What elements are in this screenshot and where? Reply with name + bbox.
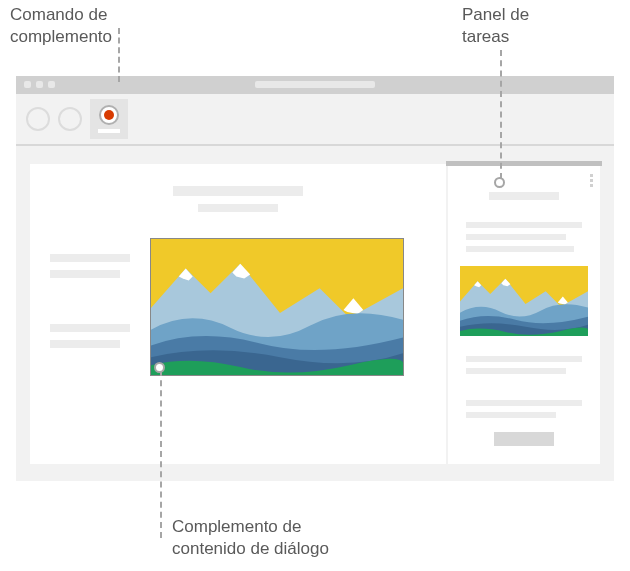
mountain-illustration-small (460, 266, 588, 336)
task-pane-handle[interactable] (446, 161, 602, 166)
task-pane-menu-icon[interactable] (590, 174, 593, 187)
app-window (16, 76, 614, 481)
ribbon (16, 94, 614, 144)
text-line (466, 234, 566, 240)
text-line (466, 356, 582, 362)
task-pane-image (460, 266, 588, 336)
label-addin-command: Comando de complemento (10, 4, 112, 48)
doc-subtitle-placeholder (198, 204, 278, 212)
text-line (50, 324, 130, 332)
window-title-placeholder (255, 81, 375, 88)
label-task-pane: Panel de tareas (462, 4, 529, 48)
task-pane-title-placeholder (489, 192, 559, 200)
window-controls (24, 81, 55, 88)
task-pane-button[interactable] (494, 432, 554, 446)
connector-addin-command (118, 28, 120, 82)
doc-title-placeholder (173, 186, 303, 196)
addin-command-button[interactable] (90, 99, 128, 139)
addin-command-icon (99, 105, 119, 125)
label-content-dialog: Complemento de contenido de diálogo (172, 516, 329, 560)
task-pane (448, 164, 600, 464)
text-line (50, 254, 130, 262)
text-line (466, 368, 566, 374)
text-line (50, 270, 120, 278)
connector-task-pane (500, 50, 502, 179)
addin-command-label-placeholder (98, 129, 120, 133)
text-line (466, 222, 582, 228)
text-line (50, 340, 120, 348)
connector-content-dialog (160, 370, 162, 538)
titlebar (16, 76, 614, 94)
text-line (466, 246, 574, 252)
text-line (466, 412, 556, 418)
ribbon-button-2[interactable] (58, 107, 82, 131)
text-line (466, 400, 582, 406)
document-area (30, 164, 446, 464)
ribbon-divider (16, 144, 614, 146)
ribbon-button-1[interactable] (26, 107, 50, 131)
content-addin[interactable] (150, 238, 404, 376)
mountain-illustration (151, 239, 403, 375)
callout-dot-task-pane (494, 177, 505, 188)
callout-dot-content-dialog (154, 362, 165, 373)
